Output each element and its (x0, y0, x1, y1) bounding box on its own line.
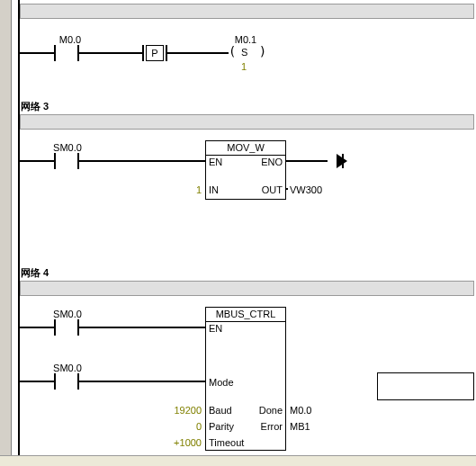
pin-error: Error (261, 421, 283, 432)
wire (79, 381, 205, 382)
wire (79, 160, 205, 162)
pin-en: EN (209, 157, 222, 167)
wire (20, 160, 54, 162)
mbus-ctrl-block[interactable]: MBUS_CTRL EN Mode Baud Parity Timeout Do… (205, 307, 286, 451)
empty-box (377, 372, 474, 400)
contact-no[interactable] (54, 45, 79, 61)
pin-eno: ENO (261, 157, 283, 167)
editor-gutter (0, 0, 12, 466)
pin-parity: Parity (209, 421, 234, 432)
wire (167, 52, 229, 54)
contact-label: SM0.0 (45, 142, 90, 153)
wire (79, 327, 205, 328)
pin-timeout: Timeout (209, 437, 244, 448)
out-value: VW300 (290, 184, 322, 195)
mov-w-block[interactable]: MOV_W EN ENO IN OUT (205, 140, 286, 200)
parity-value: 0 (162, 421, 202, 432)
coil-count: 1 (241, 61, 247, 72)
network-4-title: 网络 4 (21, 266, 49, 280)
tab-strip[interactable] (0, 455, 476, 466)
contact-label: M0.0 (48, 34, 93, 45)
wire (20, 327, 54, 328)
pin-mode: Mode (209, 377, 234, 388)
network-bar (20, 114, 474, 130)
stub (286, 188, 288, 190)
block-title: MOV_W (206, 142, 285, 156)
wire (79, 52, 142, 54)
network-bar (20, 281, 474, 296)
error-value: MB1 (290, 421, 310, 432)
wire (20, 52, 54, 54)
pin-baud: Baud (209, 405, 232, 416)
contact-label: SM0.0 (45, 309, 90, 319)
network-bar (20, 4, 474, 19)
wire (20, 381, 54, 382)
pulse-box: P (146, 45, 164, 61)
contact-label: SM0.0 (45, 363, 90, 373)
contact-no[interactable] (54, 319, 79, 336)
timeout-value: +1000 (162, 437, 202, 448)
network-3-title: 网络 3 (21, 100, 49, 113)
contact-no[interactable] (54, 153, 79, 169)
coil-type: S (241, 47, 247, 58)
contact-no[interactable] (54, 373, 79, 390)
pin-en: EN (209, 323, 222, 334)
block-title: MBUS_CTRL (206, 309, 285, 322)
baud-value: 19200 (162, 405, 202, 416)
wire (286, 160, 328, 162)
pin-in: IN (209, 184, 219, 195)
done-value: M0.0 (290, 405, 311, 416)
pin-out: OUT (262, 184, 283, 195)
power-rail (18, 0, 20, 466)
pin-done: Done (259, 405, 283, 416)
in-value: 1 (180, 184, 202, 195)
